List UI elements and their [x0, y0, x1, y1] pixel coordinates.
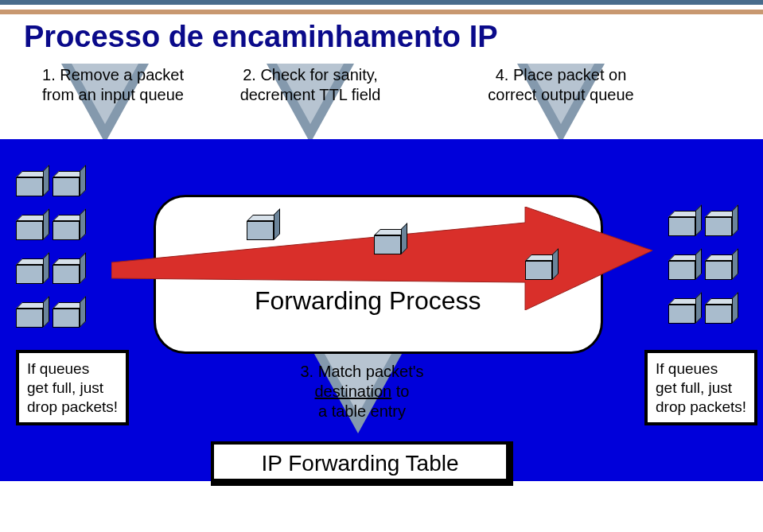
step3-destination: destination — [315, 382, 392, 400]
step-2-text: 2. Check for sanity, decrement TTL field — [231, 65, 390, 105]
packet-cube — [705, 298, 738, 324]
step3-line3: a table entry — [274, 402, 450, 421]
packet-cube — [668, 254, 702, 280]
step3-line2-rest: to — [391, 382, 409, 400]
slide-title: Processo de encaminhamento IP — [24, 20, 498, 54]
packet-cube — [16, 302, 49, 328]
packet-cube — [705, 254, 738, 280]
input-queue-row-4 — [16, 302, 86, 328]
label-right-line1: If queues — [656, 359, 746, 379]
forwarding-process-label: Forwarding Process — [255, 286, 481, 316]
output-queue-row-3 — [668, 298, 738, 324]
packet-cube — [16, 258, 49, 284]
step-3-text: 3. Match packet's destination to a table… — [274, 362, 450, 421]
input-queue-row-1 — [16, 171, 86, 196]
packet-cube — [53, 302, 86, 328]
packet-cube — [16, 215, 49, 240]
step3-line1: 3. Match packet's — [274, 362, 450, 382]
drop-packets-label-left: If queues get full, just drop packets! — [16, 350, 129, 425]
packet-cube — [53, 258, 86, 284]
packet-cube — [16, 171, 49, 196]
label-left-line2: get full, just — [27, 379, 118, 398]
output-queue-row-2 — [668, 254, 738, 280]
ip-forwarding-table-box: IP Forwarding Table — [211, 441, 513, 486]
packet-cube — [668, 298, 702, 324]
drop-packets-label-right: If queues get full, just drop packets! — [644, 350, 757, 425]
step3-line2: destination to — [274, 382, 450, 402]
router-label: Router — [613, 477, 687, 506]
label-right-line2: get full, just — [656, 379, 746, 398]
label-right-line3: drop packets! — [656, 398, 746, 417]
packet-cube — [53, 215, 86, 240]
input-queue-row-3 — [16, 258, 86, 284]
packet-cube-inside-2 — [374, 229, 407, 254]
step-4-text: 4. Place packet on correct output queue — [485, 65, 636, 105]
packet-cube-inside-1 — [247, 215, 280, 240]
label-left-line1: If queues — [27, 359, 118, 379]
decor-bar-3 — [0, 10, 763, 14]
step-1-text: 1. Remove a packet from an input queue — [33, 65, 193, 105]
packet-cube — [668, 211, 702, 236]
packet-cube-inside-3 — [525, 254, 559, 280]
packet-cube — [705, 211, 738, 236]
output-queue-row-1 — [668, 211, 738, 236]
label-left-line3: drop packets! — [27, 398, 118, 417]
packet-cube — [53, 171, 86, 196]
input-queue-row-2 — [16, 215, 86, 240]
